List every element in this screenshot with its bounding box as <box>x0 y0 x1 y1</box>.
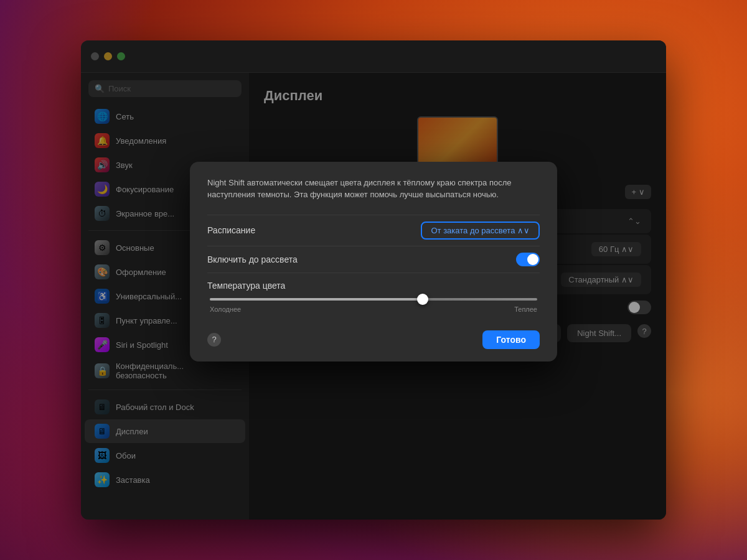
done-button[interactable]: Готово <box>482 330 540 349</box>
schedule-select[interactable]: От заката до рассвета ∧∨ <box>421 222 540 240</box>
modal-overlay: Night Shift автоматически смещает цвета … <box>81 40 666 520</box>
schedule-value: От заката до рассвета ∧∨ <box>431 226 530 235</box>
colder-label: Холоднее <box>210 306 241 313</box>
toggle-knob <box>527 254 538 265</box>
temperature-label: Температура цвета <box>207 281 540 291</box>
slider-thumb[interactable] <box>417 294 428 305</box>
schedule-label: Расписание <box>207 225 255 235</box>
enable-row: Включить до рассвета <box>207 246 540 273</box>
enable-label: Включить до рассвета <box>207 254 298 264</box>
temperature-slider-container: Холоднее Теплее <box>207 298 540 313</box>
temperature-row: Температура цвета Холоднее Теплее <box>207 273 540 320</box>
slider-labels: Холоднее Теплее <box>210 306 537 313</box>
schedule-row: Расписание От заката до рассвета ∧∨ <box>207 215 540 246</box>
modal-footer: ? Готово <box>207 320 540 349</box>
slider-fill <box>210 298 423 301</box>
slider-track <box>210 298 537 301</box>
enable-toggle[interactable] <box>516 253 540 266</box>
modal-help-button[interactable]: ? <box>207 333 221 347</box>
system-preferences-window: 🔍 🌐 Сеть 🔔 Уведомления 🔊 Звук 🌙 Фокусиро… <box>81 40 666 520</box>
warmer-label: Теплее <box>514 306 537 313</box>
night-shift-modal: Night Shift автоматически смещает цвета … <box>190 162 557 362</box>
modal-description: Night Shift автоматически смещает цвета … <box>207 177 540 201</box>
